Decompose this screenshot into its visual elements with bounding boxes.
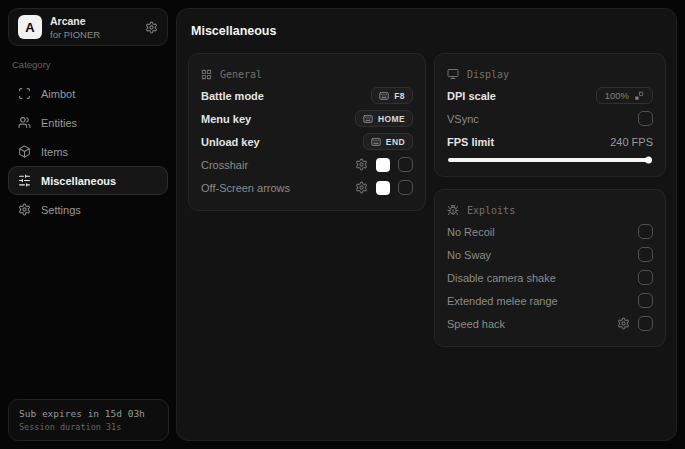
disable-camera-shake-label: Disable camera shake [447, 272, 556, 284]
sidebar-item-items[interactable]: Items [8, 137, 168, 166]
speed-hack-checkbox[interactable] [638, 316, 653, 331]
keyboard-icon [363, 114, 373, 124]
gear-icon[interactable] [617, 317, 630, 330]
extended-melee-range-label: Extended melee range [447, 295, 558, 307]
speed-hack-label: Speed hack [447, 318, 505, 330]
sliders-icon [18, 174, 31, 187]
app-header-card: A Arcane for PIONER [8, 8, 168, 46]
sidebar-item-label: Miscellaneous [41, 175, 116, 187]
disable-camera-shake-row: Disable camera shake [447, 266, 653, 289]
app-subtitle: for PIONER [50, 29, 100, 40]
exploits-card: Exploits No Recoil No Sway Disable camer… [434, 189, 666, 347]
display-card-title: Display [447, 64, 653, 84]
extended-melee-range-row: Extended melee range [447, 289, 653, 312]
subscription-card: Sub expires in 15d 03h Session duration … [8, 399, 169, 441]
sidebar-item-entities[interactable]: Entities [8, 108, 168, 137]
dpi-scale-row: DPI scale 100% [447, 84, 653, 107]
sidebar: A Arcane for PIONER Category Aimbot [0, 0, 176, 449]
dpi-scale-value: 100% [605, 90, 629, 101]
category-label: Category [12, 59, 164, 70]
fps-limit-value: 240 FPS [610, 136, 653, 148]
monitor-icon [447, 68, 459, 80]
battle-mode-row: Battle mode F8 [201, 84, 413, 107]
no-sway-checkbox[interactable] [638, 247, 653, 262]
speed-hack-row: Speed hack [447, 312, 653, 335]
no-sway-label: No Sway [447, 249, 491, 261]
sidebar-item-label: Entities [41, 117, 77, 129]
no-recoil-checkbox[interactable] [638, 224, 653, 239]
no-sway-row: No Sway [447, 243, 653, 266]
sidebar-item-settings[interactable]: Settings [8, 195, 168, 224]
fps-limit-slider-fill [448, 158, 650, 162]
general-card: General Battle mode F8 Menu key [188, 53, 426, 211]
fps-limit-slider[interactable] [448, 158, 652, 162]
sidebar-item-label: Items [41, 146, 68, 158]
gear-icon[interactable] [355, 181, 368, 194]
no-recoil-label: No Recoil [447, 226, 495, 238]
page-title: Miscellaneous [191, 24, 666, 38]
general-card-title: General [201, 64, 413, 84]
dpi-scale-label: DPI scale [447, 90, 496, 102]
card-title-label: Display [467, 69, 509, 80]
offscreen-arrows-row: Off-Screen arrows [201, 176, 413, 199]
crosshair-color-swatch[interactable] [376, 158, 390, 172]
main-panel: Miscellaneous General Battle mode [176, 8, 677, 441]
card-title-label: General [220, 69, 262, 80]
keybind-value: END [386, 137, 405, 147]
gear-icon[interactable] [355, 158, 368, 171]
offscreen-arrows-label: Off-Screen arrows [201, 182, 290, 194]
offscreen-arrows-checkbox[interactable] [398, 180, 413, 195]
sidebar-item-label: Settings [41, 204, 81, 216]
menu-key-label: Menu key [201, 113, 251, 125]
app-logo: A [18, 15, 42, 39]
grid-icon [201, 69, 212, 80]
card-title-label: Exploits [467, 205, 515, 216]
no-recoil-row: No Recoil [447, 220, 653, 243]
right-column: Display DPI scale 100% [434, 53, 666, 347]
gear-icon[interactable] [145, 21, 158, 34]
sidebar-nav: Aimbot Entities Items Miscellaneous [8, 79, 168, 224]
dpi-scale-select[interactable]: 100% [596, 87, 653, 104]
crosshair-checkbox[interactable] [398, 157, 413, 172]
session-duration-text: Session duration 31s [19, 422, 158, 432]
keyboard-icon [371, 137, 381, 147]
unload-key-keybind[interactable]: END [363, 133, 413, 150]
extended-melee-range-checkbox[interactable] [638, 293, 653, 308]
scaling-icon [634, 91, 644, 101]
sub-expiry-text: Sub expires in 15d 03h [19, 408, 158, 419]
menu-key-keybind[interactable]: HOME [355, 110, 413, 127]
exploits-card-title: Exploits [447, 200, 653, 220]
app-window: A Arcane for PIONER Category Aimbot [0, 0, 685, 449]
content-columns: General Battle mode F8 Menu key [188, 53, 666, 347]
crosshair-label: Crosshair [201, 159, 248, 171]
display-card: Display DPI scale 100% [434, 53, 666, 177]
gear-icon [18, 203, 31, 216]
battle-mode-label: Battle mode [201, 90, 264, 102]
scan-icon [18, 87, 31, 100]
offscreen-arrows-color-swatch[interactable] [376, 181, 390, 195]
battle-mode-keybind[interactable]: F8 [371, 87, 413, 104]
menu-key-row: Menu key HOME [201, 107, 413, 130]
sidebar-item-miscellaneous[interactable]: Miscellaneous [8, 166, 168, 195]
users-icon [18, 116, 31, 129]
unload-key-row: Unload key END [201, 130, 413, 153]
app-name: Arcane [50, 15, 100, 27]
fps-limit-row: FPS limit 240 FPS [447, 130, 653, 153]
vsync-row: VSync [447, 107, 653, 130]
bug-icon [447, 204, 459, 216]
sidebar-item-aimbot[interactable]: Aimbot [8, 79, 168, 108]
fps-limit-label: FPS limit [447, 136, 494, 148]
keyboard-icon [379, 91, 389, 101]
keybind-value: F8 [394, 91, 405, 101]
crosshair-row: Crosshair [201, 153, 413, 176]
sidebar-item-label: Aimbot [41, 88, 75, 100]
box-icon [18, 145, 31, 158]
unload-key-label: Unload key [201, 136, 260, 148]
disable-camera-shake-checkbox[interactable] [638, 270, 653, 285]
brand-text: Arcane for PIONER [50, 15, 100, 40]
vsync-checkbox[interactable] [638, 111, 653, 126]
keybind-value: HOME [378, 114, 405, 124]
vsync-label: VSync [447, 113, 479, 125]
